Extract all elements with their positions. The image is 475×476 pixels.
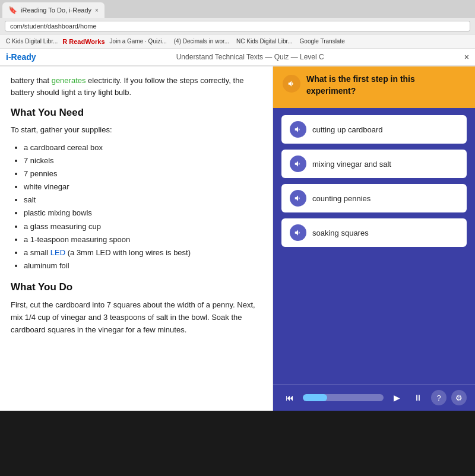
question-text: What is the first step in this experimen… [306, 74, 466, 97]
speaker-a-icon [294, 125, 302, 134]
iready-header-bar: i-Ready Understand Technical Texts — Qui… [0, 49, 475, 66]
option-a-label: cutting up cardboard [312, 125, 383, 134]
option-d-label: soaking squares [312, 229, 369, 237]
settings-button[interactable]: ⚙ [451, 390, 467, 405]
bookmark-readworks[interactable]: R ReadWorks [62, 38, 104, 45]
question-header: What is the first step in this experimen… [273, 66, 475, 108]
progress-bar-container [303, 394, 384, 401]
help-button[interactable]: ? [431, 390, 446, 405]
bookmarks-bar: C Kids Digital Libr... R ReadWorks Join … [0, 34, 475, 49]
option-d-speaker-button[interactable] [290, 224, 306, 241]
bookmark-c-kids[interactable]: C Kids Digital Libr... [4, 37, 60, 45]
supplies-list: a cardboard cereal box 7 nickels 7 penni… [11, 141, 262, 272]
main-panels: battery that generates electricity. If y… [0, 66, 475, 411]
list-item: aluminum foil [24, 259, 262, 272]
address-bar-row [0, 18, 475, 34]
next-button[interactable]: ▶ [388, 389, 405, 406]
quiz-title: Understand Technical Texts — Quiz — Leve… [36, 53, 464, 61]
option-b-label: mixing vinegar and salt [312, 160, 391, 169]
intro-highlight-generates: generates [52, 76, 86, 85]
intro-text-before: battery that [11, 76, 52, 85]
option-c-label: counting pennies [312, 194, 370, 203]
pause-button[interactable]: ⏸ [410, 389, 426, 406]
answer-option-d[interactable]: soaking squares [281, 218, 467, 247]
list-item-led: a small LED (a 3mm LED with long wires i… [24, 246, 262, 259]
list-item: white vinegar [24, 180, 262, 193]
supplies-intro: To start, gather your supplies: [11, 124, 262, 136]
answer-options-container: cutting up cardboard mixing vinegar and … [273, 108, 475, 384]
list-item: a cardboard cereal box [24, 141, 262, 154]
list-item: 7 pennies [24, 167, 262, 180]
bookmark-decimals[interactable]: (4) Decimals in wor... [172, 37, 232, 45]
speaker-b-icon [294, 160, 302, 168]
laptop-bezel-bottom [0, 411, 475, 458]
option-a-speaker-button[interactable] [290, 121, 306, 138]
option-c-speaker-button[interactable] [290, 190, 306, 207]
quiz-panel: What is the first step in this experimen… [273, 66, 475, 411]
tab-close-button[interactable]: × [95, 7, 99, 14]
tab-icon: 🔖 [8, 6, 17, 14]
active-tab[interactable]: 🔖 iReading To Do, i-Ready × [2, 2, 104, 18]
answer-option-c[interactable]: counting pennies [281, 184, 467, 212]
bottom-controls: ⏮ ▶ ⏸ ? ⚙ [273, 384, 475, 411]
bookmark-nc-kids[interactable]: NC Kids Digital Libr... [234, 37, 294, 45]
option-b-speaker-button[interactable] [290, 156, 306, 172]
intro-paragraph: battery that generates electricity. If y… [11, 75, 262, 98]
answer-option-b[interactable]: mixing vinegar and salt [281, 150, 467, 178]
iready-close-button[interactable]: × [464, 52, 469, 62]
address-bar[interactable] [5, 21, 470, 31]
reading-panel: battery that generates electricity. If y… [0, 66, 273, 411]
page-content: i-Ready Understand Technical Texts — Qui… [0, 49, 475, 411]
bookmark-google-translate[interactable]: Google Translate [297, 37, 347, 45]
bookmark-join-game[interactable]: Join a Game · Quizi... [107, 37, 169, 45]
speaker-c-icon [294, 194, 302, 202]
list-item: plastic mixing bowls [24, 207, 262, 220]
list-item: a glass measuring cup [24, 220, 262, 233]
what-you-need-title: What You Need [11, 105, 262, 120]
list-item: salt [24, 193, 262, 207]
tab-label: iReading To Do, i-Ready [21, 7, 91, 14]
answer-option-a[interactable]: cutting up cardboard [281, 115, 467, 144]
list-item: 7 nickels [24, 154, 262, 167]
progress-bar-fill [303, 394, 327, 401]
speaker-d-icon [294, 229, 302, 237]
browser-window: 🔖 iReading To Do, i-Ready × C Kids Digit… [0, 0, 475, 458]
what-you-do-text: First, cut the cardboard into 7 squares … [11, 299, 262, 336]
skip-back-button[interactable]: ⏮ [281, 389, 298, 406]
speaker-icon [287, 80, 296, 88]
what-you-do-title: What You Do [11, 280, 262, 295]
led-highlight: LED [50, 248, 65, 257]
list-item: a 1-teaspoon measuring spoon [24, 233, 262, 246]
tab-bar: 🔖 iReading To Do, i-Ready × [0, 0, 475, 18]
iready-logo: i-Ready [6, 52, 36, 62]
question-speaker-button[interactable] [283, 75, 300, 93]
iready-logo-ready: -Ready [8, 52, 36, 62]
